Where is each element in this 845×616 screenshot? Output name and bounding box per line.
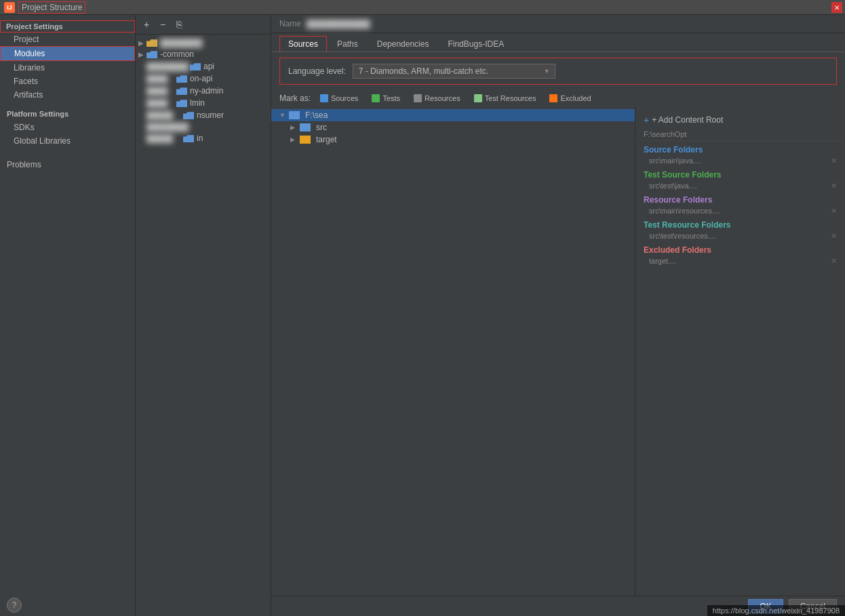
tree-toolbar: + − ⎘ [136, 15, 271, 35]
right-panel: + + Add Content Root F:\searchOpt Source… [635, 106, 845, 596]
name-header: Name ████████████ [271, 15, 845, 33]
test-source-folders-remove-0[interactable]: ✕ [831, 182, 837, 190]
file-tree-src[interactable]: ▶ src [271, 121, 635, 134]
language-level-label: Language level: [288, 66, 346, 76]
source-folders-title: Source Folders [635, 141, 845, 156]
sidebar-item-global-libraries[interactable]: Global Libraries [0, 134, 135, 148]
test-resources-color [474, 94, 482, 102]
language-level-wrapper: 7 - Diamonds, ARM, multi-catch etc. 8 - … [353, 64, 555, 79]
sources-color [320, 94, 328, 102]
tree-node-blurred1[interactable]: ▶ ████████ [136, 37, 271, 48]
plus-icon: + [644, 115, 649, 125]
source-folders-item-0: src\main\java.... ✕ [635, 156, 845, 166]
help-button[interactable]: ? [7, 598, 22, 613]
add-content-root-button[interactable]: + + Add Content Root [635, 112, 845, 128]
content-area: Name ████████████ Sources Paths Dependen… [271, 15, 845, 616]
tree-node-nsumer[interactable]: █████ nsumer [136, 109, 271, 121]
sidebar-item-modules[interactable]: Modules [0, 46, 135, 61]
excluded-color [549, 94, 557, 102]
mark-badge-test-resources[interactable]: Test Resources [470, 93, 541, 104]
title-bar: IJ Project Structure ✕ [0, 0, 845, 15]
tree-node-in[interactable]: █████ in [136, 132, 271, 144]
sidebar-item-libraries[interactable]: Libraries [0, 61, 135, 75]
tab-sources[interactable]: Sources [279, 36, 327, 52]
file-tree-root[interactable]: ▼ F:\sea [271, 109, 635, 121]
file-tree-target[interactable]: ▶ target [271, 134, 635, 146]
sidebar: Project Settings Project Modules Librari… [0, 15, 136, 616]
tab-paths[interactable]: Paths [328, 36, 367, 52]
resources-color [414, 94, 422, 102]
sidebar-item-artifacts[interactable]: Artifacts [0, 88, 135, 102]
mark-badge-tests[interactable]: Tests [368, 93, 404, 104]
app-icon: IJ [4, 2, 15, 13]
tab-findbugs[interactable]: FindBugs-IDEA [439, 36, 513, 52]
content-root-path: F:\searchOpt [635, 128, 845, 141]
url-bar: https://blog.csdn.net/weixin_41987908 [707, 605, 845, 616]
resource-folders-title: Resource Folders [635, 191, 845, 206]
test-source-folders-title: Test Source Folders [635, 166, 845, 181]
tree-node-blurred2[interactable]: ████████ api [136, 60, 271, 73]
name-label: Name [279, 19, 301, 28]
copy-module-button[interactable]: ⎘ [172, 18, 186, 31]
test-resource-folders-title: Test Resource Folders [635, 216, 845, 231]
mark-as-row: Mark as: Sources Tests Resources Test Re… [271, 90, 845, 106]
close-button[interactable]: ✕ [831, 2, 842, 13]
mark-badge-sources[interactable]: Sources [316, 93, 362, 104]
resource-folders-remove-0[interactable]: ✕ [831, 207, 837, 215]
tree-node-on-api[interactable]: ████ on-api [136, 73, 271, 85]
remove-module-button[interactable]: − [156, 18, 170, 31]
excluded-folders-title: Excluded Folders [635, 241, 845, 256]
mark-badge-resources[interactable]: Resources [410, 93, 465, 104]
test-resource-folders-item-0: src\test\resources.... ✕ [635, 231, 845, 241]
test-resource-folders-remove-0[interactable]: ✕ [831, 232, 837, 241]
language-level-row: Language level: 7 - Diamonds, ARM, multi… [279, 58, 837, 85]
mark-badge-excluded[interactable]: Excluded [545, 93, 595, 104]
module-tree: ▶ ████████ ▶ -common ████████ api ████ [136, 35, 271, 616]
test-source-folders-item-0: src\test\java.... ✕ [635, 181, 845, 191]
excluded-folders-remove-0[interactable]: ✕ [831, 257, 837, 266]
sidebar-item-sdks[interactable]: SDKs [0, 121, 135, 134]
tests-color [372, 94, 380, 102]
split-content: ▼ F:\sea ▶ src ▶ target + [271, 106, 845, 596]
module-tree-panel: + − ⎘ ▶ ████████ ▶ -common ████████ ap [136, 15, 271, 616]
project-settings-header: Project Settings [0, 20, 135, 33]
file-tree: ▼ F:\sea ▶ src ▶ target [271, 106, 635, 596]
tabs-bar: Sources Paths Dependencies FindBugs-IDEA [271, 33, 845, 52]
tab-dependencies[interactable]: Dependencies [368, 36, 438, 52]
name-value: ████████████ [307, 20, 370, 28]
tree-node-lmin[interactable]: ████ lmin [136, 97, 271, 109]
sidebar-item-project[interactable]: Project [0, 33, 135, 46]
excluded-folders-item-0: target.... ✕ [635, 256, 845, 266]
add-module-button[interactable]: + [140, 18, 153, 31]
sidebar-item-facets[interactable]: Facets [0, 75, 135, 88]
tree-node-ny-admin[interactable]: ████ ny-admin [136, 85, 271, 97]
tree-node-common[interactable]: ▶ -common [136, 48, 271, 60]
sidebar-item-problems[interactable]: Problems [0, 153, 135, 176]
language-level-select[interactable]: 7 - Diamonds, ARM, multi-catch etc. 8 - … [353, 64, 555, 79]
mark-as-label: Mark as: [279, 94, 311, 103]
source-folders-remove-0[interactable]: ✕ [831, 157, 837, 165]
window-title: Project Structure [18, 1, 85, 14]
main-container: Project Settings Project Modules Librari… [0, 15, 845, 616]
sidebar-divider2 [0, 148, 135, 153]
sidebar-divider [0, 102, 135, 107]
resource-folders-item-0: src\main\resources.... ✕ [635, 206, 845, 216]
platform-settings-header: Platform Settings [0, 107, 135, 121]
tree-node-blurred3[interactable]: ████████ [136, 121, 271, 132]
